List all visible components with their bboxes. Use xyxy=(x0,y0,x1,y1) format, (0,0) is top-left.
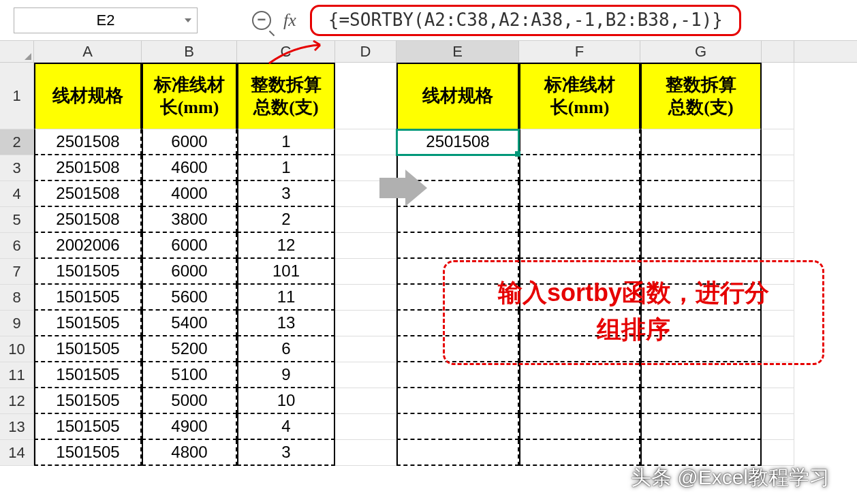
cell-F13[interactable] xyxy=(519,414,640,440)
cell-D5[interactable] xyxy=(335,207,396,233)
header-length-left[interactable]: 标准线材 长(mm) xyxy=(142,63,237,129)
cell-B4[interactable]: 4000 xyxy=(142,181,237,207)
cell-H12[interactable] xyxy=(762,388,794,414)
cell-D2[interactable] xyxy=(335,129,396,155)
col-header-D[interactable]: D xyxy=(335,41,396,62)
cell-D13[interactable] xyxy=(335,414,396,440)
cell-H13[interactable] xyxy=(762,414,794,440)
cell-A3[interactable]: 2501508 xyxy=(34,155,142,181)
cell-D10[interactable] xyxy=(335,336,396,362)
cell-G6[interactable] xyxy=(640,233,762,259)
cell-H6[interactable] xyxy=(762,233,794,259)
col-header-E[interactable]: E xyxy=(396,41,519,62)
cell-D9[interactable] xyxy=(335,311,396,336)
cell-B14[interactable]: 4800 xyxy=(142,440,237,466)
cell-E6[interactable] xyxy=(396,233,519,259)
cell-A13[interactable]: 1501505 xyxy=(34,414,142,440)
row-header-7[interactable]: 7 xyxy=(0,259,34,285)
cell-B6[interactable]: 6000 xyxy=(142,233,237,259)
cell-B2[interactable]: 6000 xyxy=(142,129,237,155)
cell-B8[interactable]: 5600 xyxy=(142,285,237,311)
cell-B12[interactable]: 5000 xyxy=(142,388,237,414)
cell-A8[interactable]: 1501505 xyxy=(34,285,142,311)
cell-G12[interactable] xyxy=(640,388,762,414)
cell-F11[interactable] xyxy=(519,362,640,388)
cell-E13[interactable] xyxy=(396,414,519,440)
cell-D11[interactable] xyxy=(335,362,396,388)
cell-A12[interactable]: 1501505 xyxy=(34,388,142,414)
cell-C4[interactable]: 3 xyxy=(237,181,335,207)
header-length-right[interactable]: 标准线材 长(mm) xyxy=(519,63,640,129)
cell-C14[interactable]: 3 xyxy=(237,440,335,466)
cell-C6[interactable]: 12 xyxy=(237,233,335,259)
cell-F2[interactable] xyxy=(519,129,640,155)
cell-A5[interactable]: 2501508 xyxy=(34,207,142,233)
cell-C5[interactable]: 2 xyxy=(237,207,335,233)
row-header-9[interactable]: 9 xyxy=(0,311,34,336)
row-header-8[interactable]: 8 xyxy=(0,285,34,311)
col-header-H[interactable] xyxy=(762,41,794,62)
header-count-left[interactable]: 整数拆算 总数(支) xyxy=(237,63,335,129)
row-header-6[interactable]: 6 xyxy=(0,233,34,259)
cell-E11[interactable] xyxy=(396,362,519,388)
row-header-11[interactable]: 11 xyxy=(0,362,34,388)
cell-F6[interactable] xyxy=(519,233,640,259)
cell-C13[interactable]: 4 xyxy=(237,414,335,440)
cell-H4[interactable] xyxy=(762,181,794,207)
select-all-corner[interactable] xyxy=(0,41,34,62)
cell-A7[interactable]: 1501505 xyxy=(34,259,142,285)
cell-H5[interactable] xyxy=(762,207,794,233)
cell-B11[interactable]: 5100 xyxy=(142,362,237,388)
cell-A4[interactable]: 2501508 xyxy=(34,181,142,207)
header-spec-right[interactable]: 线材规格 xyxy=(396,63,519,129)
cell-B13[interactable]: 4900 xyxy=(142,414,237,440)
cell-C11[interactable]: 9 xyxy=(237,362,335,388)
cell-B10[interactable]: 5200 xyxy=(142,336,237,362)
header-spec-left[interactable]: 线材规格 xyxy=(34,63,142,129)
cell-B3[interactable]: 4600 xyxy=(142,155,237,181)
fx-icon[interactable]: fx xyxy=(283,10,296,31)
cell-F3[interactable] xyxy=(519,155,640,181)
cell-H1[interactable] xyxy=(762,63,794,129)
row-header-5[interactable]: 5 xyxy=(0,207,34,233)
cell-D8[interactable] xyxy=(335,285,396,311)
cell-B7[interactable]: 6000 xyxy=(142,259,237,285)
cell-D14[interactable] xyxy=(335,440,396,466)
cell-G3[interactable] xyxy=(640,155,762,181)
cell-G14[interactable] xyxy=(640,440,762,466)
cell-H14[interactable] xyxy=(762,440,794,466)
cell-F14[interactable] xyxy=(519,440,640,466)
cell-A9[interactable]: 1501505 xyxy=(34,311,142,336)
cell-B9[interactable]: 5400 xyxy=(142,311,237,336)
col-header-A[interactable]: A xyxy=(34,41,142,62)
formula-input[interactable]: {=SORTBY(A2:C38,A2:A38,-1,B2:B38,-1)} xyxy=(310,5,741,36)
cell-G5[interactable] xyxy=(640,207,762,233)
cell-A10[interactable]: 1501505 xyxy=(34,336,142,362)
col-header-B[interactable]: B xyxy=(142,41,237,62)
cell-H2[interactable] xyxy=(762,129,794,155)
cell-C3[interactable]: 1 xyxy=(237,155,335,181)
cell-G4[interactable] xyxy=(640,181,762,207)
col-header-G[interactable]: G xyxy=(640,41,762,62)
row-header-3[interactable]: 3 xyxy=(0,155,34,181)
cell-A6[interactable]: 2002006 xyxy=(34,233,142,259)
cell-E12[interactable] xyxy=(396,388,519,414)
cell-C2[interactable]: 1 xyxy=(237,129,335,155)
cell-G13[interactable] xyxy=(640,414,762,440)
cell-A2[interactable]: 2501508 xyxy=(34,129,142,155)
cell-E5[interactable] xyxy=(396,207,519,233)
cell-A11[interactable]: 1501505 xyxy=(34,362,142,388)
cell-E14[interactable] xyxy=(396,440,519,466)
cell-D12[interactable] xyxy=(335,388,396,414)
row-header-12[interactable]: 12 xyxy=(0,388,34,414)
row-header-4[interactable]: 4 xyxy=(0,181,34,207)
cell-E2[interactable]: 2501508 xyxy=(396,129,519,155)
cell-D6[interactable] xyxy=(335,233,396,259)
zoom-out-icon[interactable] xyxy=(252,11,271,30)
name-box[interactable]: E2 xyxy=(14,7,198,33)
row-header-1[interactable]: 1 xyxy=(0,63,34,129)
cell-C10[interactable]: 6 xyxy=(237,336,335,362)
row-header-13[interactable]: 13 xyxy=(0,414,34,440)
cell-F5[interactable] xyxy=(519,207,640,233)
cell-G11[interactable] xyxy=(640,362,762,388)
